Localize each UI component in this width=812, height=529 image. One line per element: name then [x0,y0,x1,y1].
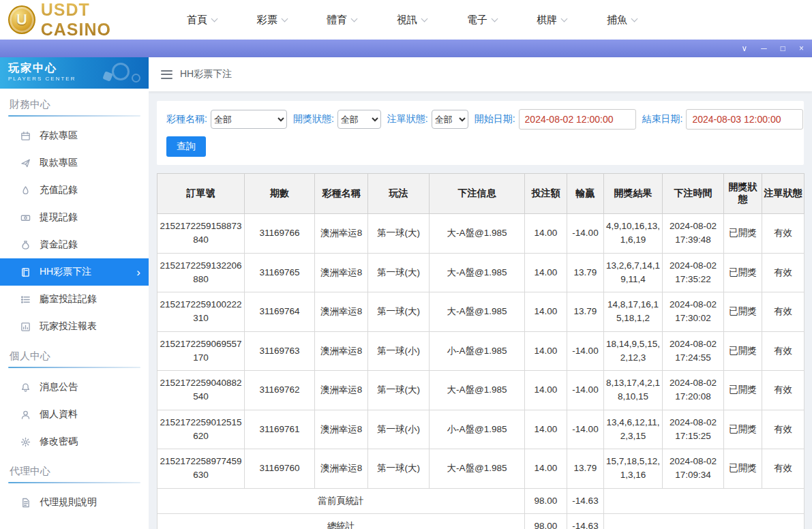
table-cell: 已開獎 [724,331,762,371]
chevron-down-icon [631,15,637,22]
sidebar-item-recharge-records[interactable]: 充值記錄 [0,177,149,204]
summary-empty [604,488,805,513]
sidebar-item-announcements[interactable]: 消息公告 [0,374,149,401]
chevron-down-icon [281,15,288,22]
window-maximize-button[interactable]: □ [781,44,785,52]
chevron-down-icon [211,15,218,22]
sidebar-item-label: HH彩票下注 [40,266,91,278]
table-cell: 31169764 [245,292,315,332]
column-header: 下注時間 [663,174,724,214]
summary-label: 總統計 [157,513,525,529]
report-icon [20,322,31,332]
table-cell: 14.00 [525,253,567,292]
table-cell: 14.00 [525,331,567,371]
nav-item-board-games[interactable]: 棋牌 [537,14,567,27]
sidebar-item-label: 個人資料 [40,408,78,421]
table-cell: 31169763 [245,331,315,371]
table-cell: 第一球(小) [368,331,430,371]
end-date-input[interactable] [686,109,803,130]
window-close-button[interactable]: × [799,44,804,52]
nav-item-slots[interactable]: 電子 [467,14,497,27]
nav-item-label: 捕魚 [607,14,627,27]
main-content: HH彩票下注 彩種名稱: 全部 開獎狀態: 全部 [149,57,812,529]
sidebar-item-hh-lottery-bets[interactable]: HH彩票下注› [0,258,149,286]
calendar-icon [20,131,31,141]
sidebar-item-agent-rules[interactable]: 代理規則說明 [0,489,149,516]
table-cell: 2024-08-02 17:15:25 [663,410,724,449]
column-header: 訂單號 [157,174,245,214]
table-cell: 2152172259100222310 [157,292,245,332]
sidebar-menu: 財務中心存款專區取款專區充值記錄提現記錄資金記錄HH彩票下注›廳室投註記錄玩家投… [0,89,149,516]
table-cell: 大-A盤@1.985 [430,371,525,410]
app-layout: 玩家中心 PLAYERS CENTER 財務中心存款專區取款專區充值記錄提現記錄… [0,57,812,529]
table-cell: 2152172259012515620 [157,410,245,449]
table-cell: 大-A盤@1.985 [430,292,525,332]
table-cell: 13.79 [567,449,604,489]
table-cell: 第一球(大) [368,371,430,410]
sidebar-item-profile[interactable]: 個人資料 [0,401,149,428]
nav-item-label: 體育 [327,14,347,27]
column-header: 輸贏 [567,174,604,214]
content-body: 彩種名稱: 全部 開獎狀態: 全部 注單狀態: 全 [149,91,812,529]
content-header: HH彩票下注 [149,57,812,91]
table-row: 215217225906955717031169763澳洲幸运8第一球(小)小-… [157,331,805,371]
top-header: U USDT CASINO 首頁彩票體育視訊電子棋牌捕魚 [0,0,812,40]
start-date-input[interactable] [519,109,636,130]
table-cell: 2152172259069557170 [157,331,245,371]
book-icon [20,267,31,277]
table-cell: 2024-08-02 17:30:02 [663,292,724,332]
table-cell: 31169761 [245,410,315,449]
sidebar-item-withdraw-zone[interactable]: 取款專區 [0,149,149,177]
sidebar-section-title: 代理中心 [0,455,149,480]
bet-status-select[interactable]: 全部 [432,110,468,129]
window-titlebar: ∨ ─ □ × [0,40,812,57]
brand-logo[interactable]: U USDT CASINO [0,0,158,40]
nav-item-fishing[interactable]: 捕魚 [607,14,637,27]
sidebar-item-room-bet-records[interactable]: 廳室投註記錄 [0,286,149,313]
nav-item-lottery[interactable]: 彩票 [257,14,287,27]
table-cell: 14.00 [525,214,567,254]
window-minimize-button[interactable]: ─ [761,44,767,52]
nav-item-live-video[interactable]: 視訊 [397,14,427,27]
sidebar-item-label: 存款專區 [40,130,78,142]
table-row: 215217225904088254031169762澳洲幸运8第一球(大)大-… [157,371,805,410]
table-cell: 有效 [762,449,805,489]
column-header: 開獎狀態 [724,174,762,214]
sidebar-item-player-bet-report[interactable]: 玩家投注報表 [0,313,149,340]
sidebar-item-label: 消息公告 [40,381,78,393]
sidebar-item-deposit-zone[interactable]: 存款專區 [0,122,149,149]
brand-coin-icon: U [8,5,35,34]
table-cell: 第一球(小) [368,410,430,449]
table-cell: 2152172259132206880 [157,253,245,292]
draw-status-select[interactable]: 全部 [337,110,381,129]
search-button[interactable]: 查詢 [166,136,206,157]
table-cell: 4,9,10,16,13,1,6,19 [604,214,663,254]
column-header: 玩法 [368,174,430,214]
summary-bet-total: 98.00 [525,513,567,529]
table-cell: 已開獎 [724,214,762,254]
sidebar-item-withdrawal-records[interactable]: 提現記錄 [0,204,149,231]
table-cell: 2024-08-02 17:20:08 [663,371,724,410]
table-cell: -14.00 [567,214,604,254]
summary-label: 當前頁統計 [157,488,525,513]
sidebar-item-change-password[interactable]: 修改密碼 [0,428,149,455]
table-cell: 第一球(大) [368,253,430,292]
nav-item-home[interactable]: 首頁 [187,14,217,27]
sidebar-item-funds-records[interactable]: 資金記錄 [0,231,149,258]
summary-winloss-total: -14.63 [567,513,604,529]
menu-toggle-icon[interactable] [161,70,172,79]
page-title: HH彩票下注 [180,68,232,80]
table-cell: 2152172259158873840 [157,214,245,254]
send-icon [20,158,31,168]
brand-name: USDT CASINO [41,0,158,40]
table-cell: 澳洲幸运8 [315,331,368,371]
table-header-row: 訂單號期數彩種名稱玩法下注信息投注額輸贏開獎結果下注時間開獎狀態注單狀態 [157,174,805,214]
table-cell: 14.00 [525,449,567,489]
table-cell: 澳洲幸运8 [315,449,368,489]
table-cell: 已開獎 [724,253,762,292]
window-collapse-button[interactable]: ∨ [741,44,747,52]
table-row: 215217225913220688031169765澳洲幸运8第一球(大)大-… [157,253,805,292]
sidebar-section-title: 個人中心 [0,340,149,365]
lottery-name-select[interactable]: 全部 [211,110,287,129]
nav-item-sports[interactable]: 體育 [327,14,357,27]
